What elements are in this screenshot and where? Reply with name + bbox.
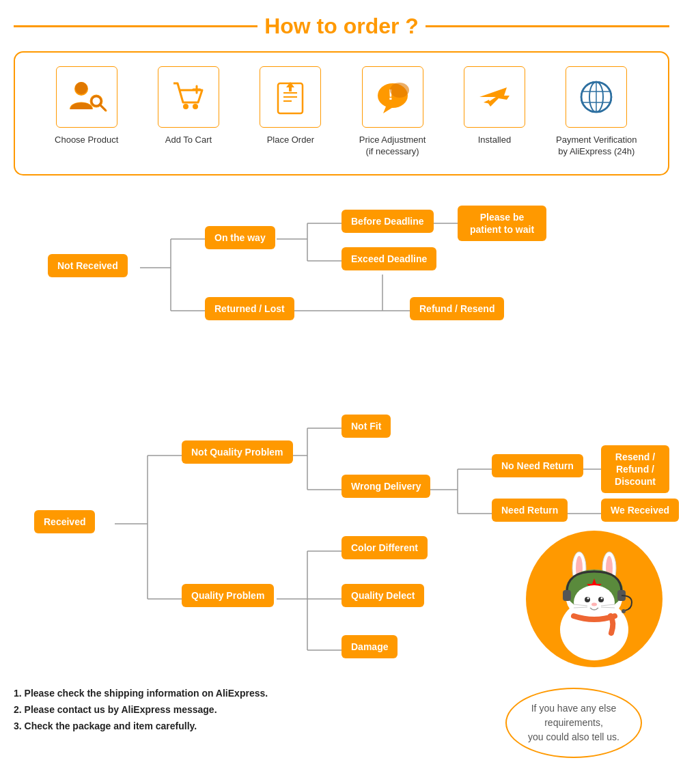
step-icon-place-order [260, 66, 321, 128]
label-on-the-way: On the way [205, 226, 275, 249]
cart-icon [168, 76, 209, 117]
step-icon-installed [464, 66, 525, 128]
box-received: Received [34, 510, 95, 533]
step-label-choose-product: Choose Product [55, 135, 118, 146]
label-returned-lost: Returned / Lost [205, 297, 294, 320]
box-not-quality-problem: Not Quality Problem [182, 440, 293, 464]
person-search-icon [66, 76, 107, 117]
svg-point-71 [591, 602, 597, 606]
label-no-need-return: No Need Return [492, 454, 583, 477]
mascot-svg [533, 534, 656, 664]
step-installed: Installed [450, 66, 539, 146]
title-highlight: order ? [344, 14, 419, 38]
box-resend-refund-discount: Resend /Refund /Discount [601, 445, 669, 494]
speech-line1: If you have any else requirements, [531, 703, 617, 728]
globe-icon [576, 76, 617, 117]
chat-alert-icon: ! [372, 76, 413, 117]
svg-point-78 [622, 609, 626, 613]
step-label-price-adjustment: Price Adjustment(if necessary) [359, 135, 426, 158]
plane-icon [474, 76, 515, 117]
svg-point-4 [75, 82, 87, 94]
label-not-quality-problem: Not Quality Problem [182, 440, 293, 464]
note-2: 2. Please contact us by AliExpress messa… [14, 704, 458, 715]
label-resend-refund-discount: Resend /Refund /Discount [601, 445, 669, 494]
box-we-received: We Received [601, 499, 679, 522]
step-label-place-order: Place Order [267, 135, 314, 146]
label-received: Received [34, 510, 95, 533]
step-label-installed: Installed [478, 135, 511, 146]
svg-point-7 [183, 104, 189, 109]
label-color-different: Color Different [342, 536, 428, 559]
box-refund-resend-1: Refund / Resend [410, 297, 504, 320]
diagram-received: Received Not Quality Problem Quality Pro… [14, 380, 669, 674]
svg-point-70 [601, 597, 603, 599]
notes-list: 1. Please check the shipping information… [14, 688, 458, 737]
box-color-different: Color Different [342, 536, 428, 559]
mascot-circle [526, 531, 663, 667]
label-quality-delect: Quality Delect [342, 584, 424, 607]
box-not-received: Not Received [48, 254, 128, 277]
step-add-to-cart: Add To Cart [144, 66, 233, 146]
speech-line2: you could also tell us. [528, 731, 619, 742]
page-header: How to order ? [14, 14, 669, 39]
step-place-order: Place Order [246, 66, 335, 146]
box-quality-problem: Quality Problem [182, 584, 274, 607]
box-no-need-return: No Need Return [492, 454, 583, 477]
step-icon-payment-verification [566, 66, 627, 128]
label-before-deadline: Before Deadline [342, 210, 434, 233]
box-need-return: Need Return [492, 499, 568, 522]
box-damage: Damage [342, 635, 398, 658]
label-refund-resend-1: Refund / Resend [410, 297, 504, 320]
step-icon-price-adjustment: ! [362, 66, 423, 128]
label-quality-problem: Quality Problem [182, 584, 274, 607]
box-exceed-deadline: Exceed Deadline [342, 247, 436, 270]
note-1: 1. Please check the shipping information… [14, 688, 458, 699]
label-need-return: Need Return [492, 499, 568, 522]
step-icon-add-to-cart [158, 66, 219, 128]
box-returned-lost: Returned / Lost [205, 297, 294, 320]
title-prefix: How to [264, 14, 344, 38]
label-not-received: Not Received [48, 254, 128, 277]
step-choose-product: Choose Product [42, 66, 131, 146]
box-before-deadline: Before Deadline [342, 210, 434, 233]
speech-bubble: If you have any else requirements, you c… [505, 688, 642, 758]
svg-point-19 [390, 83, 409, 98]
step-payment-verification: Payment Verificationby AliExpress (24h) [552, 66, 641, 158]
page-title: How to order ? [264, 14, 419, 39]
box-on-the-way: On the way [205, 226, 275, 249]
document-upload-icon [270, 76, 311, 117]
box-please-patient: Please be patient to wait [458, 206, 546, 241]
svg-line-6 [100, 104, 105, 110]
label-damage: Damage [342, 635, 398, 658]
label-not-fit: Not Fit [342, 415, 391, 438]
speech-bubble-container: If you have any else requirements, you c… [478, 688, 669, 758]
svg-marker-17 [383, 107, 394, 113]
step-icon-choose-product [56, 66, 117, 128]
box-quality-delect: Quality Delect [342, 584, 424, 607]
step-label-add-to-cart: Add To Cart [165, 135, 212, 146]
steps-container: Choose Product Add To Cart Plac [14, 51, 669, 176]
svg-point-69 [587, 597, 589, 599]
step-label-payment-verification: Payment Verificationby AliExpress (24h) [556, 135, 637, 158]
header-line-left [14, 25, 257, 27]
note-3: 3. Check the package and item carefully. [14, 720, 458, 731]
step-price-adjustment: ! Price Adjustment(if necessary) [348, 66, 437, 158]
notes-section: 1. Please check the shipping information… [14, 688, 669, 758]
label-wrong-delivery: Wrong Delivery [342, 475, 430, 498]
header-line-right [426, 25, 669, 27]
box-wrong-delivery: Wrong Delivery [342, 475, 430, 498]
svg-rect-76 [563, 590, 571, 601]
box-not-fit: Not Fit [342, 415, 391, 438]
label-exceed-deadline: Exceed Deadline [342, 247, 436, 270]
label-please-patient: Please be patient to wait [458, 206, 546, 241]
label-we-received: We Received [601, 499, 679, 522]
svg-point-8 [193, 104, 198, 109]
diagram-not-received: Not Received On the way Before Deadline … [14, 196, 669, 367]
